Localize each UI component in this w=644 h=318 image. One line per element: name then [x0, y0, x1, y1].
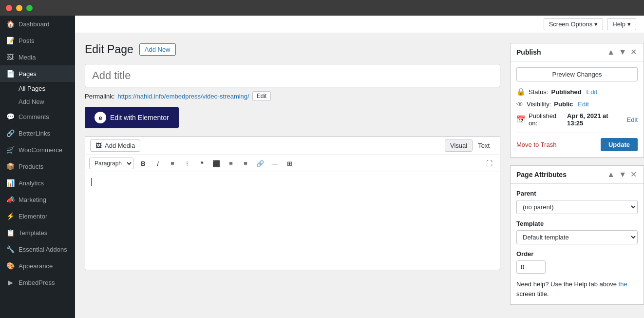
sidebar-item-templates[interactable]: 📋 Templates [0, 224, 75, 241]
align-center-button[interactable]: ≡ [224, 157, 238, 170]
sidebar-item-analytics[interactable]: 📊 Analytics [0, 175, 75, 191]
update-button[interactable]: Update [601, 138, 638, 151]
order-input[interactable] [516, 260, 546, 274]
visibility-edit-link[interactable]: Edit [578, 100, 588, 108]
dashboard-icon: 🏠 [6, 20, 15, 28]
permalink-edit-button[interactable]: Edit [252, 91, 271, 101]
blockquote-button[interactable]: ❝ [195, 157, 208, 170]
screen-options-button[interactable]: Screen Options ▾ [544, 18, 604, 30]
tab-text[interactable]: Text [473, 139, 495, 152]
sidebar-item-pages[interactable]: 📄 Pages [0, 65, 75, 82]
page-attributes-collapse-up[interactable]: ▲ [606, 170, 616, 179]
publish-panel-title: Publish [516, 48, 541, 56]
add-media-button[interactable]: 🖼 Add Media [90, 139, 140, 152]
sidebar-item-essential-addons[interactable]: 🔧 Essential Addons [0, 241, 75, 258]
parent-label: Parent [516, 190, 638, 197]
analytics-icon: 📊 [6, 179, 15, 187]
help-chevron-icon: ▾ [627, 20, 631, 28]
sidebar-item-elementor[interactable]: ⚡ Elementor [0, 208, 75, 224]
publish-panel-header[interactable]: Publish ▲ ▼ ✕ [511, 43, 644, 61]
help-text: Need help? Use the Help tab above the sc… [516, 279, 638, 298]
visibility-row: 👁 Visibility: Public Edit [516, 100, 638, 108]
page-attributes-panel: Page Attributes ▲ ▼ ✕ Parent (no parent) [510, 165, 644, 305]
fullscreen-button[interactable]: ⛶ [482, 157, 496, 170]
elementor-btn-label: Edit with Elementor [110, 114, 169, 121]
status-icon: 🔒 [516, 87, 526, 96]
titlebar [0, 0, 644, 16]
sidebar-item-label: Products [19, 163, 43, 170]
sidebar-item-label: WooCommerce [19, 146, 62, 154]
parent-row: Parent (no parent) [516, 190, 638, 214]
sidebar-item-appearance[interactable]: 🎨 Appearance [0, 258, 75, 274]
sidebar-subitem-all-pages[interactable]: All Pages [0, 82, 75, 95]
close-btn[interactable] [6, 5, 12, 11]
link-button[interactable]: 🔗 [253, 157, 267, 170]
status-label: Status: [529, 88, 548, 96]
published-edit-link[interactable]: Edit [627, 116, 638, 123]
topbar: Screen Options ▾ Help ▾ [75, 16, 644, 33]
sidebar-item-posts[interactable]: 📝 Posts [0, 32, 75, 49]
align-left-button[interactable]: ⬛ [209, 157, 223, 170]
template-select[interactable]: Default template [516, 230, 638, 244]
page-attributes-title: Page Attributes [516, 171, 567, 179]
sidebar-item-products[interactable]: 📦 Products [0, 158, 75, 175]
posts-icon: 📝 [6, 36, 15, 45]
table-button[interactable]: ⊞ [283, 157, 296, 170]
page-attributes-header[interactable]: Page Attributes ▲ ▼ ✕ [511, 166, 644, 184]
editor-toolbar-top: 🖼 Add Media Visual Text [85, 137, 500, 155]
unordered-list-button[interactable]: ≡ [166, 157, 179, 170]
betterlinks-icon: 🔗 [6, 129, 15, 138]
published-value: Apr 6, 2021 at 13:25 [567, 112, 622, 127]
italic-button[interactable]: I [151, 157, 165, 170]
edit-with-elementor-button[interactable]: e Edit with Elementor [85, 107, 179, 128]
sidebar-item-dashboard[interactable]: 🏠 Dashboard [0, 16, 75, 32]
sidebar-item-betterlinks[interactable]: 🔗 BetterLinks [0, 125, 75, 141]
woocommerce-icon: 🛒 [6, 145, 15, 154]
publish-panel-body: Preview Changes 🔒 Status: Published Edit… [511, 61, 644, 157]
editor-body[interactable] [85, 172, 500, 270]
help-link[interactable]: the [619, 280, 627, 288]
publish-panel-close[interactable]: ✕ [629, 47, 638, 57]
page-attributes-close[interactable]: ✕ [629, 170, 638, 179]
products-icon: 📦 [6, 162, 15, 171]
preview-changes-button[interactable]: Preview Changes [516, 67, 638, 81]
editor-cursor [91, 178, 92, 186]
permalink-url[interactable]: https://nahid.info/embedpress/video-stre… [117, 93, 249, 100]
screen-options-label: Screen Options [549, 20, 593, 28]
align-right-button[interactable]: ≡ [239, 157, 252, 170]
sidebar-item-label: Appearance [19, 262, 53, 270]
tab-visual[interactable]: Visual [445, 139, 473, 152]
sidebar-item-comments[interactable]: 💬 Comments [0, 108, 75, 125]
page-title-input[interactable] [85, 64, 500, 87]
sidebar-item-label: EmbedPress [19, 279, 55, 286]
publish-panel-collapse-up[interactable]: ▲ [606, 47, 616, 57]
paragraph-format-select[interactable]: Paragraph [89, 158, 133, 169]
parent-select[interactable]: (no parent) [516, 200, 638, 214]
help-button[interactable]: Help ▾ [607, 18, 636, 30]
minimize-btn[interactable] [16, 5, 22, 11]
visibility-label: Visibility: [527, 100, 551, 108]
calendar-icon: 📅 [516, 115, 526, 124]
ordered-list-button[interactable]: ⁝ [180, 157, 194, 170]
marketing-icon: 📣 [6, 195, 15, 204]
sidebar-item-woocommerce[interactable]: 🛒 WooCommerce [0, 141, 75, 158]
bold-button[interactable]: B [136, 157, 150, 170]
add-new-button[interactable]: Add New [139, 43, 176, 56]
sidebar-subitem-add-new[interactable]: Add New [0, 95, 75, 108]
more-button[interactable]: — [268, 157, 282, 170]
sidebar-item-label: Elementor [19, 213, 47, 220]
page-title: Edit Page [85, 43, 133, 56]
elementor-e-icon: e [95, 112, 106, 123]
publish-panel-collapse-down[interactable]: ▼ [618, 47, 627, 57]
sidebar-item-embedpress[interactable]: ▶ EmbedPress [0, 274, 75, 291]
sidebar-item-label: Pages [19, 70, 37, 78]
sidebar-item-marketing[interactable]: 📣 Marketing [0, 191, 75, 208]
status-edit-link[interactable]: Edit [587, 88, 597, 96]
page-attributes-collapse-down[interactable]: ▼ [618, 170, 627, 179]
move-to-trash-link[interactable]: Move to Trash [516, 141, 556, 148]
sidebar-item-media[interactable]: 🖼 Media [0, 49, 75, 65]
essential-addons-icon: 🔧 [6, 245, 15, 254]
maximize-btn[interactable] [26, 5, 33, 11]
sidebar-item-label: Analytics [19, 179, 44, 187]
status-value: Published [551, 88, 581, 96]
